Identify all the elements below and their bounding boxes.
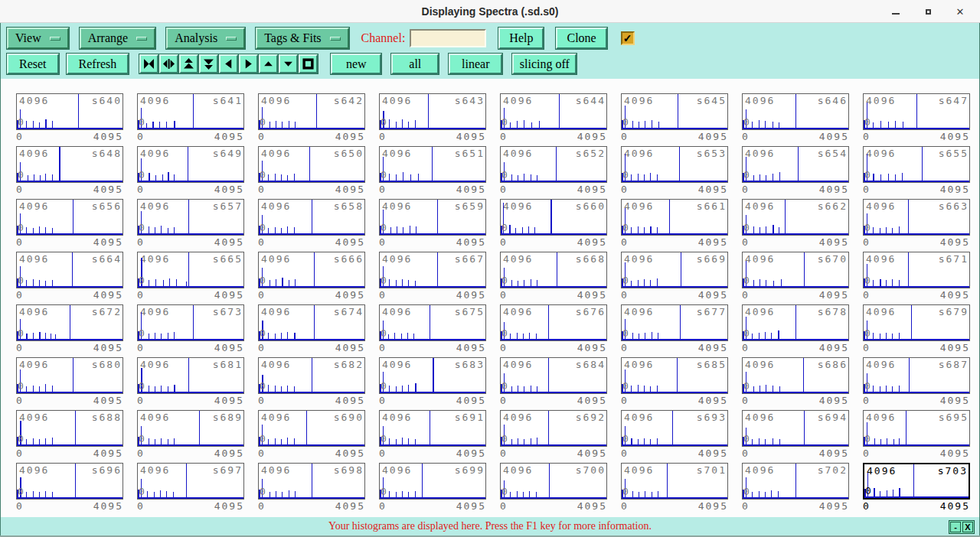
- spectrum-panel[interactable]: 4096 s654 0: [742, 146, 849, 183]
- y-max-label: 4096: [382, 465, 412, 475]
- arrow-up-button[interactable]: [259, 54, 278, 73]
- spectrum-panel[interactable]: 4096 s640 0: [16, 93, 123, 130]
- spectrum-panel[interactable]: 4096 s703 0: [863, 463, 970, 500]
- spectrum-panel[interactable]: 4096 s643 0: [379, 93, 486, 130]
- zoom-toggle-checkbox[interactable]: ✓: [621, 31, 635, 45]
- spectrum-panel[interactable]: 4096 s688 0: [16, 410, 123, 447]
- spectrum-panel[interactable]: 4096 s691 0: [379, 410, 486, 447]
- full-window-button[interactable]: [299, 54, 318, 73]
- spectrum-panel[interactable]: 4096 s674 0: [258, 304, 365, 341]
- spectrum-panel[interactable]: 4096 s658 0: [258, 199, 365, 236]
- spectrum-panel[interactable]: 4096 s645 0: [621, 93, 728, 130]
- spectrum-panel[interactable]: 4096 s663 0: [863, 199, 970, 236]
- spectrum-panel[interactable]: 4096 s694 0: [742, 410, 849, 447]
- spectrum-panel[interactable]: 4096 s692 0: [500, 410, 607, 447]
- spectrum-panel[interactable]: 4096 s672 0: [16, 304, 123, 341]
- spectrum-panel[interactable]: 4096 s683 0: [379, 357, 486, 394]
- spectrum-panel[interactable]: 4096 s665 0: [137, 252, 244, 288]
- spectrum-panel[interactable]: 4096 s653 0: [621, 146, 728, 183]
- new-button[interactable]: new: [331, 54, 381, 74]
- spectrum-panel[interactable]: 4096 s700 0: [500, 463, 607, 500]
- spectrum-panel[interactable]: 4096 s680 0: [16, 357, 123, 394]
- channel-input[interactable]: [410, 29, 486, 47]
- spectrum-panel[interactable]: 4096 s664 0: [16, 252, 123, 288]
- spectrum-panel[interactable]: 4096 s642 0: [258, 93, 365, 130]
- spectrum-panel[interactable]: 4096 s696 0: [16, 463, 123, 500]
- minimize-button[interactable]: [890, 5, 902, 18]
- spectrum-panel[interactable]: 4096 s657 0: [137, 199, 244, 236]
- x-axis-line: [622, 392, 727, 393]
- spectrum-panel[interactable]: 4096 s662 0: [742, 199, 849, 236]
- arrow-down-button[interactable]: [279, 54, 298, 73]
- double-arrow-up-button[interactable]: [179, 54, 198, 73]
- refresh-button[interactable]: Refresh: [67, 54, 129, 74]
- reset-button[interactable]: Reset: [7, 54, 59, 74]
- spectrum-panel[interactable]: 4096 s656 0: [16, 199, 123, 236]
- expand-horizontal-button[interactable]: [159, 54, 178, 73]
- spectrum-panel[interactable]: 4096 s685 0: [621, 357, 728, 394]
- double-arrow-down-button[interactable]: [199, 54, 218, 73]
- menu-tags-fits[interactable]: Tags & Fits: [256, 28, 348, 49]
- spectrum-panel[interactable]: 4096 s670 0: [742, 252, 849, 288]
- linear-button[interactable]: linear: [449, 54, 502, 74]
- arrow-right-button[interactable]: [239, 54, 258, 73]
- shrink-horizontal-button[interactable]: [139, 54, 158, 73]
- arrow-left-button[interactable]: [219, 54, 238, 73]
- help-button[interactable]: Help: [498, 28, 544, 49]
- spectrum-panel[interactable]: 4096 s686 0: [742, 357, 849, 394]
- spectrum-panel[interactable]: 4096 s681 0: [137, 357, 244, 394]
- spectrum-panel[interactable]: 4096 s649 0: [137, 146, 244, 183]
- clone-button[interactable]: Clone: [556, 28, 606, 49]
- status-close-button[interactable]: X: [962, 522, 973, 532]
- spectrum-panel[interactable]: 4096 s659 0: [379, 199, 486, 236]
- spectrum-panel[interactable]: 4096 s650 0: [258, 146, 365, 183]
- menu-view[interactable]: View: [7, 28, 69, 49]
- spectrum-panel[interactable]: 4096 s687 0: [863, 357, 970, 394]
- spectrum-panel[interactable]: 4096 s678 0: [742, 304, 849, 341]
- status-minimize-button[interactable]: -: [950, 522, 961, 532]
- spectrum-panel[interactable]: 4096 s655 0: [863, 146, 970, 183]
- slicing-button[interactable]: slicing off: [512, 54, 577, 74]
- spectrum-panel[interactable]: 4096 s673 0: [137, 304, 244, 341]
- spectrum-panel[interactable]: 4096 s646 0: [742, 93, 849, 130]
- spectrum-name-label: s653: [697, 148, 727, 158]
- spectrum-panel[interactable]: 4096 s697 0: [137, 463, 244, 500]
- spectrum-panel[interactable]: 4096 s684 0: [500, 357, 607, 394]
- y-max-label: 4096: [140, 148, 170, 158]
- spectrum-panel[interactable]: 4096 s675 0: [379, 304, 486, 341]
- menu-analysis[interactable]: Analysis: [166, 28, 245, 49]
- spectrum-panel[interactable]: 4096 s641 0: [137, 93, 244, 130]
- spectrum-panel[interactable]: 4096 s679 0: [863, 304, 970, 341]
- spectrum-panel[interactable]: 4096 s695 0: [863, 410, 970, 447]
- maximize-button[interactable]: [922, 5, 934, 18]
- spectrum-panel[interactable]: 4096 s677 0: [621, 304, 728, 341]
- spectrum-panel[interactable]: 4096 s651 0: [379, 146, 486, 183]
- spectrum-panel[interactable]: 4096 s669 0: [621, 252, 728, 288]
- all-button[interactable]: all: [391, 54, 439, 74]
- spectrum-panel[interactable]: 4096 s660 0: [500, 199, 607, 236]
- spectrum-panel[interactable]: 4096 s667 0: [379, 252, 486, 288]
- spectrum-panel[interactable]: 4096 s676 0: [500, 304, 607, 341]
- spectrum-panel[interactable]: 4096 s702 0: [742, 463, 849, 500]
- spectrum-panel[interactable]: 4096 s699 0: [379, 463, 486, 500]
- x-max-label: 4095: [940, 447, 970, 459]
- spectrum-panel[interactable]: 4096 s668 0: [500, 252, 607, 288]
- spectrum-panel[interactable]: 4096 s666 0: [258, 252, 365, 288]
- spectrum-panel[interactable]: 4096 s698 0: [258, 463, 365, 500]
- spectrum-panel[interactable]: 4096 s652 0: [500, 146, 607, 183]
- spectrum-peak: [33, 121, 34, 128]
- spectrum-panel[interactable]: 4096 s682 0: [258, 357, 365, 394]
- spectrum-panel[interactable]: 4096 s661 0: [621, 199, 728, 236]
- spectrum-panel[interactable]: 4096 s689 0: [137, 410, 244, 447]
- spectrum-panel[interactable]: 4096 s671 0: [863, 252, 970, 288]
- y-zero-label: 0: [260, 223, 267, 233]
- spectrum-panel[interactable]: 4096 s648 0: [16, 146, 123, 183]
- spectrum-panel[interactable]: 4096 s701 0: [621, 463, 728, 500]
- spectrum-peak: [880, 439, 881, 444]
- spectrum-panel[interactable]: 4096 s644 0: [500, 93, 607, 130]
- spectrum-panel[interactable]: 4096 s693 0: [621, 410, 728, 447]
- spectrum-panel[interactable]: 4096 s647 0: [863, 93, 970, 130]
- menu-arrange[interactable]: Arrange: [80, 28, 155, 49]
- spectrum-panel[interactable]: 4096 s690 0: [258, 410, 365, 447]
- close-button[interactable]: ✕: [954, 5, 966, 18]
